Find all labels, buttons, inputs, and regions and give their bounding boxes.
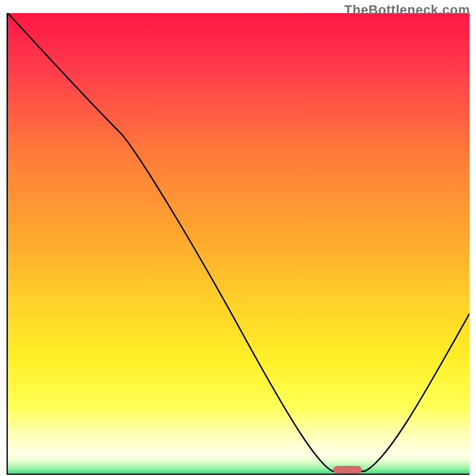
- attribution-text: TheBottleneck.com: [345, 2, 470, 18]
- optimal-marker: [333, 466, 362, 474]
- bottleneck-chart: [7, 13, 469, 475]
- gradient-background: [7, 13, 469, 475]
